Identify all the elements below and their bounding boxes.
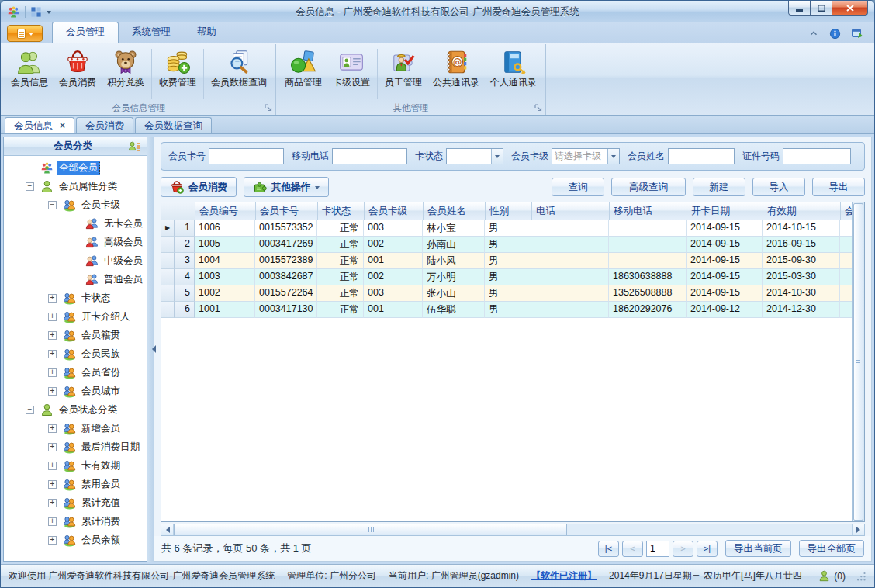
table-row[interactable]: 210050003417269正常002孙南山男2014-09-152016-0… — [161, 237, 864, 253]
column-header[interactable]: 开卡日期 — [687, 202, 763, 220]
online-user-icon[interactable] — [818, 570, 830, 582]
customize-toolbar-icon[interactable] — [30, 6, 42, 18]
expand-toggle-icon[interactable]: + — [48, 443, 57, 451]
expand-toggle-icon[interactable]: + — [48, 536, 57, 545]
doc-tab-member-info[interactable]: 会员信息 × — [5, 117, 74, 133]
tree-item[interactable]: 中级会员 — [4, 251, 147, 270]
page-number-input[interactable] — [646, 541, 669, 557]
member-consume-button[interactable]: 会员消费 — [161, 177, 237, 197]
mobile-input[interactable] — [332, 148, 407, 164]
column-header[interactable]: 会员姓名 — [424, 202, 486, 220]
new-button[interactable]: 新建 — [693, 178, 745, 196]
tree-item[interactable]: +新增会员 — [4, 419, 147, 438]
tree-item[interactable]: +禁用会员 — [4, 475, 147, 493]
tree-item[interactable]: +累计充值 — [4, 493, 147, 512]
switch-window-icon[interactable] — [851, 27, 863, 40]
member-name-input[interactable] — [668, 148, 735, 164]
column-header[interactable]: 性别 — [486, 202, 532, 220]
tree-item[interactable]: +会员省份 — [4, 363, 147, 382]
maximize-button[interactable] — [810, 1, 832, 16]
horizontal-scrollbar[interactable] — [161, 524, 865, 536]
ribbon-button-member-consume[interactable]: 会员消费 — [54, 46, 102, 91]
next-page-button[interactable]: > — [673, 541, 693, 557]
ribbon-button-card-level-settings[interactable]: 卡级设置 — [327, 46, 375, 91]
advanced-query-button[interactable]: 高级查询 — [611, 178, 686, 196]
ribbon-button-staff-management[interactable]: 员工管理 — [379, 46, 427, 91]
expand-toggle-icon[interactable]: + — [48, 331, 57, 340]
toolbar-dropdown-icon[interactable] — [47, 11, 51, 16]
ribbon-button-member-info[interactable]: 会员信息 — [5, 46, 54, 91]
export-button[interactable]: 导出 — [812, 178, 865, 196]
minimize-button[interactable] — [788, 1, 811, 16]
dialog-launcher-icon[interactable] — [264, 103, 273, 112]
expand-toggle-icon[interactable]: + — [48, 387, 57, 396]
scrollbar-thumb[interactable] — [853, 203, 863, 521]
tree-item[interactable]: +会员籍贯 — [4, 326, 147, 344]
tree-item[interactable]: +会员城市 — [4, 382, 147, 400]
import-button[interactable]: 导入 — [752, 178, 805, 196]
collapse-ribbon-icon[interactable] — [808, 28, 819, 39]
expand-toggle-icon[interactable]: + — [48, 294, 57, 303]
export-current-page-button[interactable]: 导出当前页 — [725, 540, 791, 557]
table-row[interactable]: ▶110060015573352正常003林小宝男2014-09-152014-… — [161, 220, 864, 237]
tree-item[interactable]: 全部会员 — [4, 158, 147, 177]
query-button[interactable]: 查询 — [552, 178, 604, 196]
first-page-button[interactable]: |< — [598, 541, 619, 557]
resize-grip-icon[interactable] — [856, 571, 866, 582]
doc-tab-member-data-query[interactable]: 会员数据查询 — [135, 117, 212, 133]
dialog-launcher-icon[interactable] — [534, 103, 543, 112]
column-header[interactable]: 移动电话 — [610, 202, 687, 220]
tree-item[interactable]: 无卡会员 — [4, 214, 147, 233]
tree-item[interactable]: 高级会员 — [4, 233, 147, 251]
column-header[interactable]: 电话 — [532, 202, 610, 220]
ribbon-button-fee-management[interactable]: 收费管理 — [154, 46, 202, 91]
ribbon-button-member-data-query[interactable]: 会员数据查询 — [206, 46, 272, 91]
tree-item[interactable]: +卡状态 — [4, 289, 147, 307]
vertical-scrollbar[interactable] — [852, 202, 864, 521]
column-header[interactable]: 会员编号 — [195, 202, 256, 220]
expand-toggle-icon[interactable]: + — [48, 480, 57, 489]
table-row[interactable]: 610010003417130正常001伍华聪男186202920762014-… — [161, 302, 864, 318]
ribbon-button-product-management[interactable]: 商品管理 — [279, 46, 327, 91]
tree-item[interactable]: 普通会员 — [4, 270, 147, 289]
tree-item[interactable]: +卡有效期 — [4, 456, 147, 475]
card-level-select[interactable]: 请选择卡级 — [552, 148, 620, 164]
ribbon-button-personal-contacts[interactable]: 个人通讯录 — [485, 46, 542, 91]
scrollbar-thumb[interactable] — [174, 524, 567, 535]
category-settings-icon[interactable] — [128, 140, 140, 153]
splitter[interactable] — [147, 137, 154, 562]
export-all-pages-button[interactable]: 导出全部页 — [799, 540, 865, 557]
ribbon-tab-system-management[interactable]: 系统管理 — [119, 22, 184, 43]
collapse-toggle-icon[interactable]: − — [48, 201, 57, 209]
ribbon-button-public-contacts[interactable]: 公共通讯录 — [427, 46, 485, 91]
registered-link[interactable]: 【软件已注册】 — [531, 569, 597, 583]
card-no-input[interactable] — [209, 148, 284, 164]
expand-toggle-icon[interactable]: + — [48, 368, 57, 377]
tree-item[interactable]: +累计消费 — [4, 512, 147, 531]
tree-item[interactable]: +会员余额 — [4, 531, 147, 549]
other-operations-button[interactable]: 其他操作 — [244, 177, 329, 197]
tree-item[interactable]: +最后消费日期 — [4, 438, 147, 456]
expand-toggle-icon[interactable]: + — [48, 350, 57, 358]
expand-toggle-icon[interactable]: + — [48, 499, 57, 507]
last-page-button[interactable]: >| — [697, 541, 718, 557]
column-header[interactable]: 会员卡级 — [365, 202, 424, 220]
table-row[interactable]: 310040015572389正常001陆小凤男2014-09-152015-0… — [161, 253, 864, 269]
expand-toggle-icon[interactable]: + — [48, 462, 57, 470]
close-button[interactable] — [832, 1, 868, 16]
expand-toggle-icon[interactable]: + — [48, 517, 57, 526]
column-header[interactable]: 有效期 — [763, 202, 841, 220]
id-no-input[interactable] — [783, 148, 851, 164]
column-header[interactable]: 卡状态 — [318, 202, 365, 220]
doc-tab-member-consume[interactable]: 会员消费 — [76, 117, 133, 133]
scroll-right-icon[interactable] — [852, 524, 864, 535]
ribbon-button-points-exchange[interactable]: 积分兑换 — [102, 46, 150, 91]
expand-toggle-icon[interactable]: + — [48, 424, 57, 433]
prev-page-button[interactable]: < — [622, 541, 643, 557]
card-status-select[interactable] — [446, 148, 503, 164]
table-row[interactable]: 410030003842687正常002万小明男186306388882014-… — [161, 269, 864, 285]
application-menu-button[interactable] — [7, 25, 43, 42]
tree-item[interactable]: −会员属性分类 — [4, 177, 147, 195]
ribbon-tab-member-management[interactable]: 会员管理 — [52, 22, 119, 43]
tree-item[interactable]: −会员状态分类 — [4, 400, 147, 419]
